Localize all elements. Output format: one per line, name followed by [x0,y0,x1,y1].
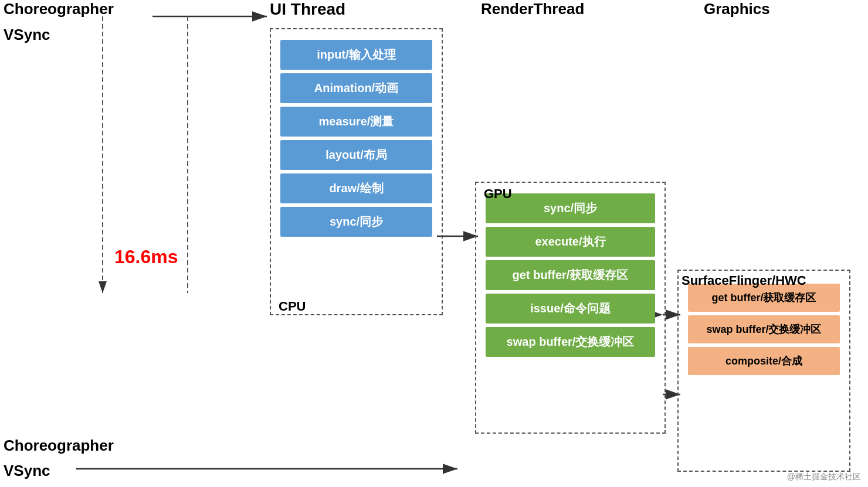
graphics-header: Graphics [704,0,770,18]
draw-block: draw/绘制 [280,173,432,203]
render-thread-header: RenderThread [481,0,584,18]
measure-block: measure/测量 [280,107,432,137]
gpu-label: GPU [484,186,512,202]
watermark: @稀土掘金技术社区 [787,472,861,482]
cpu-label: CPU [279,299,306,314]
vsync2-label: VSync [4,462,50,480]
sf-label: SurfaceFlinger/HWC [681,273,806,288]
choreographer-header: Choreographer [4,0,114,18]
sf-dashed-box: get buffer/获取缓存区 swap buffer/交换缓冲区 compo… [677,270,850,472]
vsync1-label: VSync [4,26,50,44]
get-buffer-gpu-block: get buffer/获取缓存区 [486,260,655,290]
issue-block: issue/命令问题 [486,294,655,323]
animation-block: Animation/动画 [280,73,432,103]
timing-label: 16.6ms [114,246,178,268]
composite-block: composite/合成 [688,347,840,375]
input-block: input/输入处理 [280,40,432,70]
diagram-container: Choreographer VSync UI Thread RenderThre… [0,0,868,487]
layout-block: layout/布局 [280,140,432,170]
execute-block: execute/执行 [486,227,655,257]
choreographer-bottom: Choreographer [4,437,114,455]
ui-thread-header: UI Thread [270,0,345,19]
gpu-dashed-box: sync/同步 execute/执行 get buffer/获取缓存区 issu… [475,182,666,434]
sync-ui-block: sync/同步 [280,207,432,237]
cpu-dashed-box: input/输入处理 Animation/动画 measure/测量 layou… [270,28,443,315]
swap-buffer-gpu-block: swap buffer/交换缓冲区 [486,327,655,357]
swap-buffer-sf-block: swap buffer/交换缓冲区 [688,315,840,343]
